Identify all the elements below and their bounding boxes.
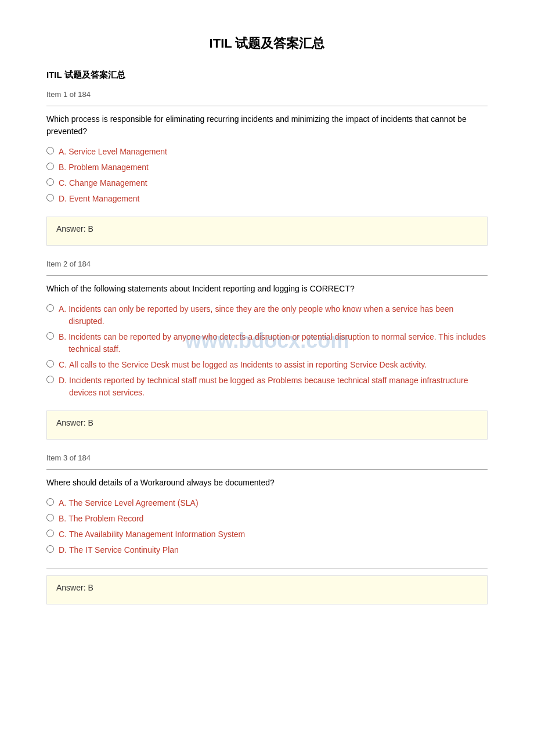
option-1d[interactable]: D. Event Management <box>46 193 488 205</box>
option-text-1a: Service Level Management <box>68 146 167 158</box>
radio-2a[interactable] <box>46 304 54 312</box>
option-letter-2a: A. <box>59 303 66 315</box>
options-list-3: A. The Service Level Agreement (SLA) B. … <box>46 497 488 556</box>
option-text-2a: Incidents can only be reported by users,… <box>68 303 488 327</box>
answer-text-1: Answer: B <box>56 224 93 233</box>
answer-box-3: Answer: B <box>46 575 488 604</box>
item-number-3: Item 3 of 184 <box>46 453 488 462</box>
question-item-2: Item 2 of 184 Which of the following sta… <box>46 260 488 440</box>
option-letter-2d: D. <box>59 375 67 387</box>
option-text-2d: Incidents reported by technical staff mu… <box>69 375 488 399</box>
item-number-1: Item 1 of 184 <box>46 90 488 99</box>
radio-3c[interactable] <box>46 530 54 537</box>
option-2c[interactable]: C. All calls to the Service Desk must be… <box>46 359 488 371</box>
option-letter-2b: B. <box>59 331 66 343</box>
option-letter-3c: C. <box>59 528 67 541</box>
option-letter-3d: D. <box>59 544 67 556</box>
option-letter-1c: C. <box>59 177 67 189</box>
option-text-3c: The Availability Management Information … <box>69 528 245 541</box>
answer-box-1: Answer: B <box>46 217 488 246</box>
divider-1 <box>46 106 488 106</box>
radio-1a[interactable] <box>46 147 54 154</box>
section-heading: ITIL 试题及答案汇总 <box>46 70 488 81</box>
question-item-3: Item 3 of 184 Where should details of a … <box>46 453 488 604</box>
radio-1c[interactable] <box>46 178 54 186</box>
option-1c[interactable]: C. Change Management <box>46 177 488 189</box>
radio-2d[interactable] <box>46 376 54 383</box>
option-3a[interactable]: A. The Service Level Agreement (SLA) <box>46 497 488 509</box>
page-title: ITIL 试题及答案汇总 <box>46 35 488 52</box>
question-text-1: Which process is responsible for elimina… <box>46 113 488 138</box>
option-2a[interactable]: A. Incidents can only be reported by use… <box>46 303 488 327</box>
radio-1b[interactable] <box>46 163 54 170</box>
options-list-1: A. Service Level Management B. Problem M… <box>46 146 488 205</box>
radio-1d[interactable] <box>46 194 54 201</box>
option-text-3d: The IT Service Continuity Plan <box>69 544 179 556</box>
option-3b[interactable]: B. The Problem Record <box>46 513 488 525</box>
option-text-2b: Incidents can be reported by anyone who … <box>68 331 488 355</box>
radio-3a[interactable] <box>46 498 54 506</box>
question-text-3: Where should details of a Workaround alw… <box>46 477 488 489</box>
option-letter-1a: A. <box>59 146 66 158</box>
option-1a[interactable]: A. Service Level Management <box>46 146 488 158</box>
divider-3 <box>46 469 488 470</box>
option-text-3b: The Problem Record <box>68 513 143 525</box>
options-list-2: A. Incidents can only be reported by use… <box>46 303 488 399</box>
answer-box-2: Answer: B <box>46 411 488 440</box>
option-text-1c: Change Management <box>69 177 147 189</box>
option-letter-1d: D. <box>59 193 67 205</box>
option-letter-3b: B. <box>59 513 66 525</box>
option-letter-3a: A. <box>59 497 66 509</box>
radio-2c[interactable] <box>46 360 54 368</box>
item-number-2: Item 2 of 184 <box>46 260 488 268</box>
option-letter-2c: C. <box>59 359 67 371</box>
option-3d[interactable]: D. The IT Service Continuity Plan <box>46 544 488 556</box>
option-letter-1b: B. <box>59 161 66 174</box>
radio-3d[interactable] <box>46 545 54 553</box>
divider-3b <box>46 568 488 568</box>
option-text-2c: All calls to the Service Desk must be lo… <box>69 359 427 371</box>
answer-text-2: Answer: B <box>56 418 93 427</box>
question-text-2: Which of the following statements about … <box>46 283 488 295</box>
question-item-1: Item 1 of 184 Which process is responsib… <box>46 90 488 246</box>
option-text-1d: Event Management <box>69 193 139 205</box>
radio-2b[interactable] <box>46 332 54 340</box>
option-2d[interactable]: D. Incidents reported by technical staff… <box>46 375 488 399</box>
option-1b[interactable]: B. Problem Management <box>46 161 488 174</box>
option-3c[interactable]: C. The Availability Management Informati… <box>46 528 488 541</box>
divider-2 <box>46 275 488 276</box>
option-text-1b: Problem Management <box>68 161 149 174</box>
answer-text-3: Answer: B <box>56 583 93 592</box>
option-text-3a: The Service Level Agreement (SLA) <box>68 497 198 509</box>
radio-3b[interactable] <box>46 514 54 521</box>
option-2b[interactable]: B. Incidents can be reported by anyone w… <box>46 331 488 355</box>
